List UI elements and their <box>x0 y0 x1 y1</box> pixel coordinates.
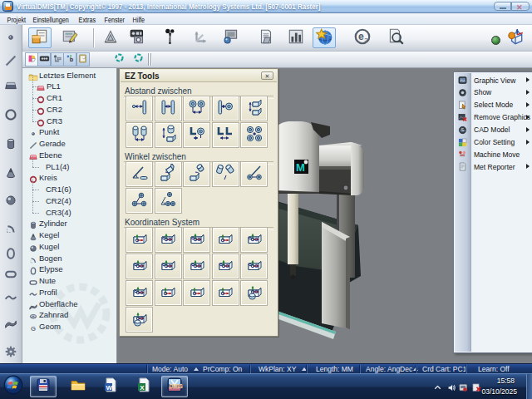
plane-tool[interactable] <box>1 76 21 98</box>
tree-row[interactable]: Letztes Element <box>22 71 117 81</box>
tree-row[interactable]: PL1(4) <box>22 162 117 173</box>
ks-6-button[interactable] <box>126 254 152 278</box>
ks-14-button[interactable] <box>213 281 239 305</box>
tree-row[interactable]: Kugel <box>22 242 117 253</box>
ez-tools-titlebar[interactable]: EZ Tools ✕ <box>121 70 277 82</box>
web-button[interactable]: e2 <box>351 27 374 48</box>
status-dropdown-arrow-icon[interactable] <box>194 367 199 371</box>
edit-program-button[interactable] <box>58 27 81 48</box>
dist-cylinder-cylinder-button[interactable] <box>126 123 152 147</box>
angle-plane-cylinder-button[interactable] <box>184 162 209 186</box>
ks-1-button[interactable] <box>126 228 152 252</box>
project-button[interactable] <box>28 27 52 48</box>
tree-row[interactable]: Ebene <box>22 150 117 161</box>
ks-2-button[interactable] <box>155 228 181 252</box>
ks-16-button[interactable] <box>126 308 152 332</box>
menu-extras[interactable]: Extras <box>77 15 97 25</box>
report-button[interactable] <box>254 27 278 48</box>
ks-15-button[interactable] <box>241 281 267 305</box>
ellipse-tool[interactable] <box>1 244 21 266</box>
dist-point-plane-button[interactable] <box>126 96 152 121</box>
status-length[interactable]: Length: MM <box>316 365 353 373</box>
ez-tools-palette[interactable]: EZ Tools ✕ Abstand zwischenWinkel zwisch… <box>119 68 278 337</box>
angle-plane-plane-button[interactable] <box>155 162 181 186</box>
tray-alert-icon[interactable] <box>471 382 482 397</box>
angle-cylinder-cylinder-button[interactable] <box>213 162 239 186</box>
menu-fenster[interactable]: Fenster <box>103 15 126 25</box>
minimize-button[interactable] <box>494 2 511 11</box>
circle-select-button[interactable] <box>111 52 126 66</box>
cone-tool[interactable] <box>1 164 21 185</box>
line-tool[interactable] <box>1 52 21 73</box>
slot-tool[interactable] <box>1 265 21 287</box>
tree-row[interactable]: Nute <box>22 276 117 287</box>
status-prcomp[interactable]: PrComp: On <box>203 365 242 373</box>
tree-row[interactable]: Oberfläche <box>22 299 117 310</box>
menu-einstellungen[interactable]: Einstellungen <box>32 15 70 25</box>
tree-row[interactable]: CR1(6) <box>22 185 117 195</box>
tree-row[interactable]: CR3(4) <box>22 208 117 219</box>
status-learn[interactable]: Learn: Off <box>478 365 510 373</box>
tree-row[interactable]: Kegel <box>22 230 117 241</box>
start-button[interactable] <box>2 376 25 397</box>
menu-item-select-mode[interactable]: Select Mode <box>455 99 532 111</box>
show-desktop-button[interactable] <box>526 374 532 399</box>
title-bar[interactable]: VirtualDMIS[TM] Copyright© 1997 - 2013, … <box>0 0 532 13</box>
tree-row[interactable]: CR2(4) <box>22 196 117 207</box>
tree-row[interactable]: CR3 <box>22 116 117 127</box>
tree-row[interactable]: Zahnrad <box>22 310 117 321</box>
ks-9-button[interactable] <box>213 254 239 278</box>
menu-hilfe[interactable]: Hilfe <box>131 15 146 25</box>
tray-date[interactable]: 03/10/2025 <box>481 387 517 396</box>
angle-line-circles-button[interactable] <box>241 162 267 186</box>
surface-tool[interactable] <box>1 313 21 335</box>
tree-row[interactable]: PL1 <box>22 81 117 92</box>
ks-3-button[interactable] <box>184 228 209 252</box>
circle-tool[interactable] <box>1 106 21 127</box>
dist-four-circles-button[interactable] <box>241 123 267 147</box>
ez-mode-button[interactable] <box>313 27 336 48</box>
inspect-button[interactable] <box>384 27 407 48</box>
tray-clock[interactable]: 15:58 <box>497 377 515 385</box>
menu-item-machine-move[interactable]: Machine Move <box>455 148 532 160</box>
ks-13-button[interactable] <box>184 281 209 305</box>
circle-select-button-2[interactable] <box>131 52 145 66</box>
ks-5-button[interactable] <box>241 228 267 252</box>
cylinder-tool[interactable] <box>1 135 21 156</box>
ks-8-button[interactable] <box>184 254 209 278</box>
ks-12-button[interactable] <box>155 281 181 305</box>
tree-row[interactable]: Bogen <box>22 254 117 264</box>
probe-button[interactable] <box>158 27 181 48</box>
tree-row[interactable]: Elypse <box>22 264 117 275</box>
dist-plane-circle-button[interactable] <box>213 96 239 121</box>
menu-item-graphic-view[interactable]: Graphic View <box>455 74 532 86</box>
menu-item-met-reporter[interactable]: Met Reporter <box>455 160 532 173</box>
tree-row[interactable]: CR2 <box>22 105 117 116</box>
angle-line-line-button[interactable] <box>126 162 152 186</box>
dist-cylinder-plane3d-button[interactable] <box>155 123 181 147</box>
ks-10-button[interactable] <box>241 254 267 278</box>
control-panel-button[interactable] <box>126 27 150 48</box>
tree-row[interactable]: CR1 <box>22 93 117 104</box>
ks-4-button[interactable] <box>213 228 239 252</box>
close-button[interactable]: ✕ <box>511 2 530 11</box>
calibration-button[interactable] <box>219 27 243 48</box>
tree-row[interactable]: Zylinder <box>22 219 117 229</box>
dist-edge-circle-button[interactable] <box>184 123 209 147</box>
task-save-manager[interactable] <box>30 376 57 397</box>
sphere-tool[interactable] <box>1 191 21 213</box>
tray-expand-icon[interactable] <box>432 382 443 397</box>
status-mode[interactable]: Mode: Auto <box>152 365 188 373</box>
menu-projekt[interactable]: Projekt <box>6 15 27 25</box>
speaker-icon[interactable] <box>446 382 457 397</box>
statistics-button[interactable] <box>284 27 308 48</box>
tab-features[interactable] <box>25 52 38 66</box>
angle-arc-circles-button[interactable] <box>155 189 181 213</box>
task-explorer[interactable] <box>65 376 91 397</box>
menu-item-remove-graphics[interactable]: Remove Graphics <box>455 111 532 124</box>
ks-7-button[interactable] <box>155 254 181 278</box>
tab-buttons[interactable] <box>37 52 51 66</box>
task-word[interactable]: W <box>97 376 124 397</box>
gear-tool[interactable] <box>1 342 21 364</box>
tree-row[interactable]: Punkt <box>22 127 117 138</box>
